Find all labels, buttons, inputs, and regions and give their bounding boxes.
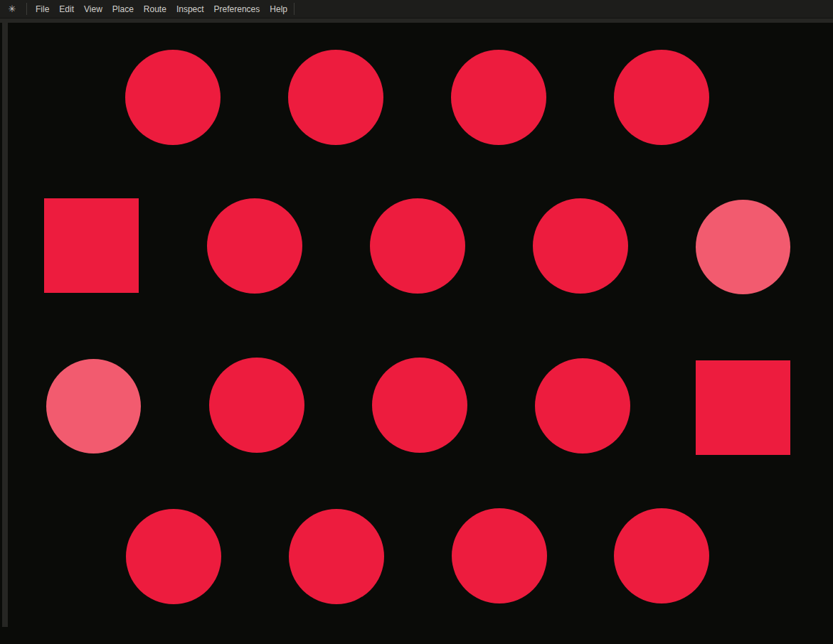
- menu-item-help[interactable]: Help: [265, 0, 292, 18]
- pad-circle-r3c3[interactable]: [372, 358, 467, 453]
- pad-circle-r2c4[interactable]: [533, 198, 628, 294]
- pad-circle-r1c5[interactable]: [614, 50, 709, 145]
- menu-item-edit[interactable]: Edit: [54, 0, 79, 18]
- pad-circle-r4c4[interactable]: [452, 508, 547, 603]
- menubar-underline: [0, 18, 833, 18]
- pad-square-r3c5[interactable]: [696, 360, 790, 455]
- pad-circle-r1c3[interactable]: [288, 50, 383, 145]
- menu-item-view[interactable]: View: [79, 0, 107, 18]
- menubar-separator-left: [26, 3, 27, 15]
- pad-circle-r4c2[interactable]: [126, 509, 221, 604]
- menu-item-route[interactable]: Route: [139, 0, 171, 18]
- pad-square-r2c1[interactable]: [44, 198, 139, 293]
- pad-circle-r3c1-highlighted[interactable]: [46, 359, 141, 454]
- pad-circle-r4c5[interactable]: [614, 508, 709, 603]
- pad-circle-r2c2[interactable]: [207, 198, 302, 294]
- menu-bar: ✳ FileEditViewPlaceRouteInspectPreferenc…: [0, 0, 833, 18]
- pad-circle-r2c3[interactable]: [370, 198, 465, 294]
- pad-circle-r2c5-highlighted[interactable]: [696, 200, 790, 294]
- pad-circle-r4c3[interactable]: [289, 509, 384, 604]
- menu-item-place[interactable]: Place: [107, 0, 139, 18]
- pad-circle-r1c2[interactable]: [125, 50, 221, 145]
- menubar-separator-right: [294, 3, 295, 15]
- pad-layer: [0, 0, 833, 644]
- menu-item-inspect[interactable]: Inspect: [171, 0, 209, 18]
- pad-circle-r3c2[interactable]: [209, 358, 304, 453]
- menu-item-preferences[interactable]: Preferences: [209, 0, 265, 18]
- menu-item-list: FileEditViewPlaceRouteInspectPreferences…: [31, 0, 292, 18]
- pad-circle-r1c4[interactable]: [451, 50, 546, 145]
- app-window-icon: ✳: [7, 4, 17, 14]
- menu-item-file[interactable]: File: [31, 0, 54, 18]
- pad-circle-r3c4[interactable]: [535, 358, 630, 454]
